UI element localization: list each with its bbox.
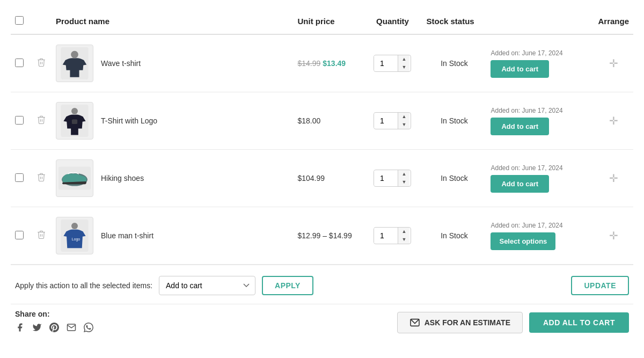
whatsapp-icon[interactable] <box>84 323 93 335</box>
price-regular: $12.99 – $14.99 <box>297 231 352 240</box>
svg-text:Logo: Logo <box>72 237 80 242</box>
quantity-input-wrap: ▲ ▼ <box>374 227 411 244</box>
quantity-arrows: ▲ ▼ <box>398 113 409 129</box>
delete-icon[interactable] <box>36 59 46 70</box>
quantity-arrows: ▲ ▼ <box>398 55 409 71</box>
table-row: Hiking shoes $104.99 ▲ ▼ In Stock Added … <box>11 150 633 207</box>
select-all-header <box>11 11 32 34</box>
update-button[interactable]: UPDATE <box>571 276 629 295</box>
apply-button[interactable]: APPLY <box>262 276 313 295</box>
quantity-up[interactable]: ▲ <box>398 55 409 63</box>
add-to-cart-button[interactable]: Add to cart <box>491 60 549 78</box>
quantity-down[interactable]: ▼ <box>398 121 409 129</box>
action-header <box>486 11 594 34</box>
quantity-arrows: ▲ ▼ <box>398 170 409 186</box>
added-on-date: Added on: June 17, 2024 <box>491 164 562 172</box>
product-name-header: Product name <box>52 11 293 34</box>
svg-point-1 <box>71 51 78 59</box>
added-on-date: Added on: June 17, 2024 <box>491 49 562 57</box>
email-icon <box>409 318 420 327</box>
added-on-date: Added on: June 17, 2024 <box>491 222 562 229</box>
quantity-input-wrap: ▲ ▼ <box>374 55 411 72</box>
quantity-input[interactable] <box>374 228 398 243</box>
product-image <box>56 102 93 140</box>
email-icon[interactable] <box>67 323 76 335</box>
product-name: Wave t-shirt <box>101 59 141 68</box>
product-cell: Wave t-shirt <box>56 45 289 82</box>
unit-price-header: Unit price <box>293 11 363 34</box>
product-name: Blue man t-shirt <box>101 231 153 240</box>
row-checkbox[interactable] <box>15 231 24 239</box>
row-checkbox[interactable] <box>15 116 24 125</box>
product-name: Hiking shoes <box>101 174 144 182</box>
price-regular: $18.00 <box>297 116 320 125</box>
bulk-action-select[interactable]: Add to cartRemove <box>159 276 255 295</box>
quantity-up[interactable]: ▲ <box>398 170 409 178</box>
share-cta-row: Share on: <box>11 304 633 346</box>
cta-buttons: ASK FOR AN ESTIMATE ADD ALL TO CART <box>397 312 629 333</box>
svg-rect-4 <box>72 119 77 124</box>
quantity-input[interactable] <box>374 56 398 71</box>
price-sale: $13.49 <box>323 59 346 68</box>
delete-icon[interactable] <box>36 231 46 242</box>
product-cell: Logo Blue man t-shirt <box>56 217 289 254</box>
drag-handle-icon[interactable]: ✛ <box>609 115 618 127</box>
action-cell: Added on: June 17, 2024 Add to cart <box>491 49 589 78</box>
quantity-up[interactable]: ▲ <box>398 113 409 121</box>
product-cell: Hiking shoes <box>56 159 289 197</box>
select-options-button[interactable]: Select options <box>491 232 555 250</box>
action-cell: Added on: June 17, 2024 Add to cart <box>491 107 589 135</box>
twitter-icon[interactable] <box>32 323 42 335</box>
quantity-down[interactable]: ▼ <box>398 178 409 186</box>
drag-handle-icon[interactable]: ✛ <box>609 172 618 184</box>
wishlist-table: Product name Unit price Quantity Stock s… <box>11 11 633 265</box>
apply-label: Apply this action to all the selected it… <box>15 281 152 290</box>
pinterest-icon[interactable] <box>49 323 59 335</box>
quantity-down[interactable]: ▼ <box>398 236 409 244</box>
drag-handle-icon[interactable]: ✛ <box>609 57 618 69</box>
add-to-cart-button[interactable]: Add to cart <box>491 175 549 193</box>
share-label: Share on: <box>15 310 93 318</box>
delete-icon[interactable] <box>36 174 46 185</box>
table-row: T-Shirt with Logo $18.00 ▲ ▼ In Stock Ad… <box>11 92 633 150</box>
share-section: Share on: <box>15 310 93 335</box>
stock-status: In Stock <box>441 116 468 125</box>
price-regular: $104.99 <box>297 174 325 182</box>
ask-estimate-button[interactable]: ASK FOR AN ESTIMATE <box>397 312 523 333</box>
select-all-checkbox[interactable] <box>15 16 24 25</box>
add-all-to-cart-button[interactable]: ADD ALL TO CART <box>529 312 629 333</box>
row-checkbox[interactable] <box>15 59 24 67</box>
stock-status-header: Stock status <box>422 11 486 34</box>
quantity-header: Quantity <box>363 11 422 34</box>
quantity-input[interactable] <box>374 171 398 186</box>
table-row: Wave t-shirt $14.99$13.49 ▲ ▼ In Stock A… <box>11 34 633 92</box>
svg-point-8 <box>71 223 78 229</box>
quantity-input[interactable] <box>374 113 398 128</box>
svg-point-3 <box>71 108 78 114</box>
product-image: Logo <box>56 217 93 254</box>
quantity-down[interactable]: ▼ <box>398 63 409 71</box>
ask-estimate-label: ASK FOR AN ESTIMATE <box>425 318 510 327</box>
bottom-bar: Apply this action to all the selected it… <box>11 265 633 304</box>
facebook-icon[interactable] <box>15 323 25 335</box>
quantity-up[interactable]: ▲ <box>398 228 409 236</box>
product-name: T-Shirt with Logo <box>101 116 157 125</box>
added-on-date: Added on: June 17, 2024 <box>491 107 562 114</box>
delete-icon[interactable] <box>36 116 46 127</box>
product-image <box>56 159 93 197</box>
add-to-cart-button[interactable]: Add to cart <box>491 118 549 135</box>
drag-handle-icon[interactable]: ✛ <box>609 230 618 242</box>
share-icons <box>15 323 93 335</box>
stock-status: In Stock <box>441 59 468 68</box>
arrange-header: Arrange <box>594 11 633 34</box>
table-row: Logo Blue man t-shirt $12.99 – $14.99 ▲ … <box>11 207 633 265</box>
delete-header <box>32 11 52 34</box>
action-cell: Added on: June 17, 2024 Select options <box>491 222 589 250</box>
quantity-input-wrap: ▲ ▼ <box>374 112 411 129</box>
quantity-input-wrap: ▲ ▼ <box>374 170 411 187</box>
product-image <box>56 45 93 82</box>
price-original: $14.99 <box>297 59 320 68</box>
stock-status: In Stock <box>441 231 468 240</box>
row-checkbox[interactable] <box>15 173 24 182</box>
stock-status: In Stock <box>441 174 468 182</box>
